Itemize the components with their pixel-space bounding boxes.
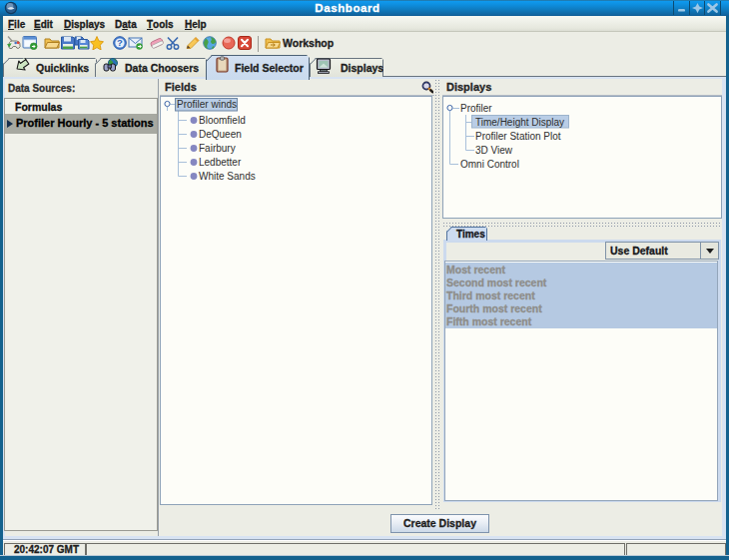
svg-text:Fairbury: Fairbury	[199, 143, 236, 154]
svg-text:White Sands: White Sands	[199, 171, 256, 182]
svg-text:?: ?	[117, 37, 123, 48]
svg-text:Profiler: Profiler	[460, 103, 492, 114]
svg-text:3D View: 3D View	[475, 145, 513, 156]
svg-text:Profiler winds: Profiler winds	[177, 99, 237, 110]
svg-text:Bloomfield: Bloomfield	[199, 115, 246, 126]
svg-text:DeQueen: DeQueen	[199, 129, 242, 140]
svg-text:Profiler Station Plot: Profiler Station Plot	[475, 131, 561, 142]
svg-text:Time/Height Display: Time/Height Display	[475, 117, 564, 128]
svg-text:Omni Control: Omni Control	[460, 159, 519, 170]
svg-text:Ledbetter: Ledbetter	[199, 157, 242, 168]
